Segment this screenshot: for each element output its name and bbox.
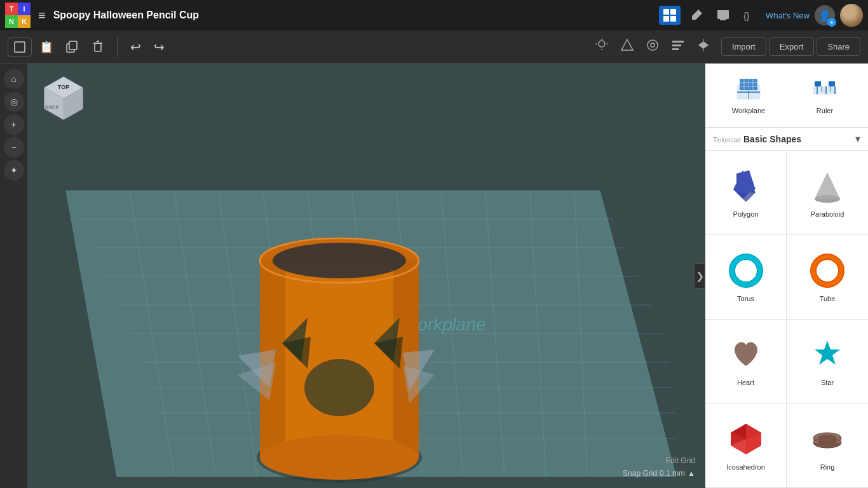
avatar[interactable]	[840, 4, 863, 27]
collapse-arrow-icon: ❯	[696, 270, 704, 282]
light-icon-button[interactable]	[592, 35, 612, 59]
snap-grid-control[interactable]: Snap Grid 0.1 mm ▲	[623, 469, 695, 478]
svg-point-13	[599, 41, 605, 47]
right-panel: Workplane Ruler Tinkercad	[705, 64, 868, 488]
shape-tube[interactable]: Tube	[787, 235, 868, 320]
view-cube[interactable]: TOP BACK	[38, 74, 89, 125]
svg-marker-25	[698, 41, 703, 49]
delete-button[interactable]	[86, 37, 109, 57]
library-brand: Tinkercad	[713, 137, 741, 144]
ring-label: Ring	[820, 463, 835, 471]
workplane-label: Workplane	[732, 107, 765, 114]
svg-rect-1	[670, 9, 676, 15]
new-button[interactable]	[8, 37, 32, 57]
svg-rect-2	[663, 16, 669, 22]
logo-i: I	[18, 3, 31, 15]
snap-grid-label-text: Snap Grid	[623, 469, 657, 478]
user-icon[interactable]: 👤 +	[815, 5, 835, 25]
shape-icon-button[interactable]	[617, 35, 637, 59]
shape-ring[interactable]: Ring	[787, 403, 868, 488]
snap-grid-arrow: ▲	[688, 469, 695, 478]
main-area: ⌂ ◎ + − ✦	[0, 64, 868, 488]
toolbar-divider	[117, 37, 118, 57]
home-view-button[interactable]: ⌂	[4, 69, 24, 89]
icosahedron-label: Icosahedron	[726, 463, 765, 471]
svg-marker-103	[815, 341, 840, 365]
group-icon-button[interactable]	[642, 35, 663, 59]
paraboloid-label: Paraboloid	[811, 210, 844, 218]
logo-t: T	[5, 3, 18, 15]
star-label: Star	[821, 379, 834, 386]
ruler-button[interactable]: Ruler	[789, 71, 860, 119]
nav-simulate-button[interactable]	[712, 6, 734, 25]
svg-point-64	[304, 359, 374, 416]
fit-view-button[interactable]: ◎	[4, 92, 24, 112]
zoom-in-button[interactable]: +	[4, 114, 24, 135]
svg-rect-0	[663, 9, 669, 15]
whats-new-button[interactable]: What's New	[766, 11, 810, 20]
library-name: Basic Shapes	[743, 134, 801, 144]
svg-point-57	[273, 243, 406, 278]
tube-label: Tube	[820, 295, 836, 302]
export-button[interactable]: Export	[769, 37, 815, 56]
canvas-area[interactable]: Workplane	[28, 64, 705, 488]
list-icon[interactable]: ≡	[36, 8, 48, 23]
svg-point-20	[651, 43, 654, 47]
shape-heart[interactable]: Heart	[705, 320, 787, 404]
add-user-badge: +	[827, 18, 836, 27]
shape-torus[interactable]: Torus	[705, 235, 787, 320]
svg-marker-95	[736, 170, 756, 194]
svg-point-19	[648, 40, 658, 50]
toolbar: 📋 ↩ ↪ Import Export Share	[0, 30, 868, 64]
mirror-icon-button[interactable]	[693, 35, 714, 59]
svg-rect-23	[672, 48, 679, 50]
logo-k: K	[18, 15, 31, 28]
grid-background: Workplane	[28, 64, 705, 488]
svg-point-98	[815, 195, 840, 203]
svg-text:TOP: TOP	[58, 84, 69, 90]
align-icon-button[interactable]	[668, 35, 688, 59]
clipboard-button[interactable]: 📋	[34, 36, 58, 58]
orient-button[interactable]: ✦	[4, 160, 24, 180]
svg-text:BACK: BACK	[45, 104, 59, 110]
svg-rect-3	[670, 16, 676, 22]
svg-point-102	[813, 257, 841, 285]
project-title: Spoopy Halloween Pencil Cup	[53, 10, 654, 21]
ruler-label: Ruler	[817, 107, 833, 114]
svg-rect-9	[69, 41, 77, 50]
library-header[interactable]: Tinkercad Basic Shapes ▾	[705, 128, 868, 151]
library-dropdown-arrow[interactable]: ▾	[855, 133, 860, 145]
zoom-out-button[interactable]: −	[4, 137, 24, 158]
shape-icosahedron[interactable]: Icosahedron	[705, 403, 787, 488]
svg-rect-90	[815, 81, 821, 86]
svg-point-100	[732, 257, 760, 285]
nav-code-button[interactable]: {}	[739, 6, 761, 25]
shapes-grid: Polygon Paraboloid Torus	[705, 151, 868, 488]
shape-paraboloid[interactable]: Paraboloid	[787, 151, 868, 235]
redo-button[interactable]: ↪	[149, 36, 170, 58]
svg-rect-4	[717, 10, 729, 19]
svg-marker-26	[703, 41, 709, 49]
svg-rect-21	[672, 41, 684, 43]
left-sidebar: ⌂ ◎ + − ✦	[0, 64, 28, 488]
library-header-left: Tinkercad Basic Shapes	[713, 133, 801, 145]
logo[interactable]: T I N K	[5, 3, 31, 28]
nav-build-button[interactable]	[686, 6, 707, 25]
svg-marker-18	[621, 39, 633, 50]
svg-rect-22	[672, 44, 681, 46]
edit-grid-button[interactable]: Edit Grid	[665, 456, 695, 465]
torus-label: Torus	[737, 295, 754, 302]
import-button[interactable]: Import	[721, 37, 766, 56]
undo-button[interactable]: ↩	[125, 36, 146, 58]
workplane-button[interactable]: Workplane	[713, 71, 784, 119]
avatar-image	[840, 4, 863, 27]
svg-text:{}: {}	[743, 11, 750, 21]
collapse-panel-button[interactable]: ❯	[694, 263, 705, 288]
share-button[interactable]: Share	[817, 37, 860, 56]
duplicate-button[interactable]	[61, 37, 84, 57]
shape-polygon[interactable]: Polygon	[705, 151, 787, 235]
shape-star[interactable]: Star	[787, 320, 868, 404]
snap-grid-value: 0.1 mm	[660, 469, 685, 478]
nav-design-button[interactable]	[659, 6, 681, 25]
polygon-label: Polygon	[733, 210, 759, 218]
